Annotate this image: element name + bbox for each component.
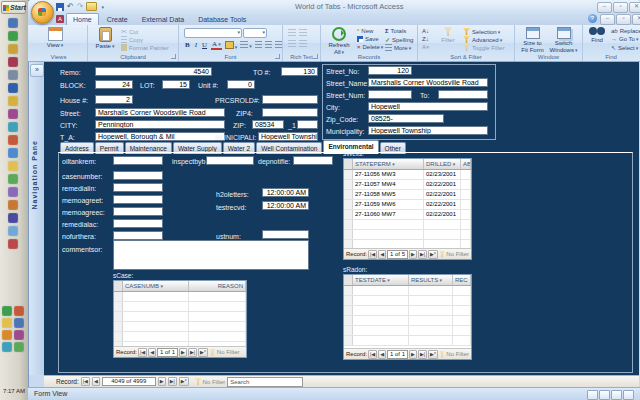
goto-button[interactable]: → Go To <box>611 36 638 42</box>
row-selector[interactable] <box>114 302 123 311</box>
row-selector[interactable] <box>114 292 123 301</box>
child-close-button[interactable]: ✕ <box>632 14 640 25</box>
main-filter-status[interactable]: No Filter <box>195 378 226 385</box>
table-cell[interactable]: 02/23/2001 <box>424 170 461 179</box>
depnotifie-field[interactable] <box>293 156 333 165</box>
table-row[interactable]: 27-11056 MW302/23/2001 <box>344 170 471 180</box>
table-cell[interactable]: 27-11058 MW5 <box>353 190 424 199</box>
radon-last-record-button[interactable]: ▶| <box>418 350 427 359</box>
table-cell[interactable] <box>353 286 409 295</box>
paste-button[interactable]: Paste <box>92 27 118 50</box>
table-cell[interactable] <box>123 332 189 341</box>
quick-launch-icon[interactable] <box>8 44 18 54</box>
table-cell[interactable] <box>353 316 409 325</box>
format-painter-button[interactable]: Format Painter <box>121 44 169 51</box>
table-cell[interactable] <box>353 326 409 335</box>
tray-icon[interactable] <box>14 318 24 328</box>
decrease-indent-icon[interactable] <box>288 40 296 47</box>
table-cell[interactable]: 27-11056 MW3 <box>353 170 424 179</box>
table-row[interactable] <box>344 286 471 296</box>
table-row[interactable] <box>114 332 246 342</box>
align-right-button[interactable] <box>275 41 282 49</box>
tab-create[interactable]: Create <box>101 14 134 25</box>
quick-launch-icon[interactable] <box>8 70 18 80</box>
radon-record-position[interactable]: 1 of 1 <box>387 350 408 359</box>
quick-launch-icon[interactable] <box>8 57 18 67</box>
wells-column-aban[interactable]: ABAN <box>461 159 471 169</box>
layout-view-button[interactable] <box>611 390 622 400</box>
table-cell[interactable] <box>461 180 471 189</box>
table-cell[interactable]: 27-11059 MW6 <box>353 200 424 209</box>
case-filter-status[interactable]: No Filter <box>209 349 240 356</box>
table-row[interactable] <box>114 292 246 302</box>
wells-column-stateperm[interactable]: STATEPERM <box>353 159 424 169</box>
underline-button[interactable]: U <box>201 41 208 49</box>
font-name-combo[interactable] <box>184 28 242 38</box>
quick-launch-icon[interactable] <box>8 135 18 145</box>
row-selector[interactable] <box>344 306 353 315</box>
table-cell[interactable] <box>461 190 471 199</box>
table-cell[interactable] <box>409 296 453 305</box>
save-record-button[interactable]: Save <box>357 36 379 42</box>
tray-icon[interactable] <box>2 330 12 340</box>
help-icon[interactable]: ? <box>588 14 597 23</box>
main-last-record-button[interactable]: ▶| <box>168 377 177 386</box>
wells-next-record-button[interactable]: ▶ <box>409 250 417 259</box>
street-no-field[interactable]: 120 <box>368 66 412 75</box>
bold-button[interactable]: B <box>184 41 191 49</box>
quick-launch-icon[interactable] <box>8 187 18 197</box>
case-prev-record-button[interactable]: ◀ <box>148 348 156 357</box>
table-cell[interactable] <box>409 306 453 315</box>
quick-launch-icon[interactable] <box>8 122 18 132</box>
zip4-field[interactable] <box>262 108 318 117</box>
table-cell[interactable] <box>453 326 471 335</box>
table-cell[interactable] <box>461 220 471 229</box>
table-row[interactable]: 27-11058 MW502/22/2001 <box>344 190 471 200</box>
radon-column-rec[interactable]: REC <box>453 275 471 285</box>
wells-column-drilled[interactable]: DRILLED <box>424 159 461 169</box>
table-cell[interactable] <box>461 200 471 209</box>
city-field[interactable]: Pennington <box>95 120 225 129</box>
navigation-pane-expand-button[interactable]: » <box>30 64 44 77</box>
increase-indent-icon[interactable] <box>299 40 307 47</box>
table-cell[interactable] <box>453 306 471 315</box>
zip-field[interactable]: 08534 <box>252 120 284 129</box>
case-last-record-button[interactable]: ▶| <box>188 348 197 357</box>
case-new-record-button[interactable]: ▶* <box>198 348 208 357</box>
table-row[interactable] <box>114 322 246 332</box>
tray-icon[interactable] <box>2 318 12 328</box>
tray-icon[interactable] <box>14 330 24 340</box>
case-column-casenumb[interactable]: CASENUMB <box>123 281 189 291</box>
table-row[interactable]: 27-11057 MW402/22/2001 <box>344 180 471 190</box>
more-button[interactable]: More <box>385 44 411 51</box>
block-field[interactable]: 24 <box>95 80 133 89</box>
case-first-record-button[interactable]: |◀ <box>138 348 147 357</box>
table-cell[interactable] <box>461 170 471 179</box>
table-cell[interactable]: 02/22/2001 <box>424 210 461 219</box>
table-row[interactable] <box>114 302 246 312</box>
tab-home[interactable]: Home <box>66 13 99 25</box>
remedialac-field[interactable] <box>113 219 163 228</box>
table-cell[interactable] <box>123 312 189 321</box>
replace-button[interactable]: ab Replace <box>611 28 640 34</box>
table-cell[interactable] <box>409 336 453 345</box>
table-cell[interactable]: 27-11057 MW4 <box>353 180 424 189</box>
delete-button[interactable]: × Delete <box>357 44 383 50</box>
table-row[interactable]: 27-11060 MW702/22/2001 <box>344 210 471 220</box>
record-search-input[interactable]: Search <box>227 377 303 387</box>
table-row[interactable] <box>344 220 471 230</box>
table-cell[interactable] <box>123 302 189 311</box>
navigation-pane-collapsed[interactable] <box>29 62 45 375</box>
table-row[interactable] <box>344 336 471 346</box>
main-first-record-button[interactable]: |◀ <box>81 377 90 386</box>
case-select-all-corner[interactable] <box>114 281 123 291</box>
radon-next-record-button[interactable]: ▶ <box>409 350 417 359</box>
close-button[interactable]: ✕ <box>629 2 640 13</box>
table-cell[interactable] <box>453 296 471 305</box>
datasheet-view-button[interactable] <box>599 390 610 400</box>
underscore1-field[interactable] <box>297 120 318 129</box>
row-selector[interactable] <box>344 200 353 209</box>
table-cell[interactable] <box>353 220 424 229</box>
redo-icon[interactable]: ↷ <box>77 2 84 11</box>
table-row[interactable]: 27-11059 MW602/22/2001 <box>344 200 471 210</box>
